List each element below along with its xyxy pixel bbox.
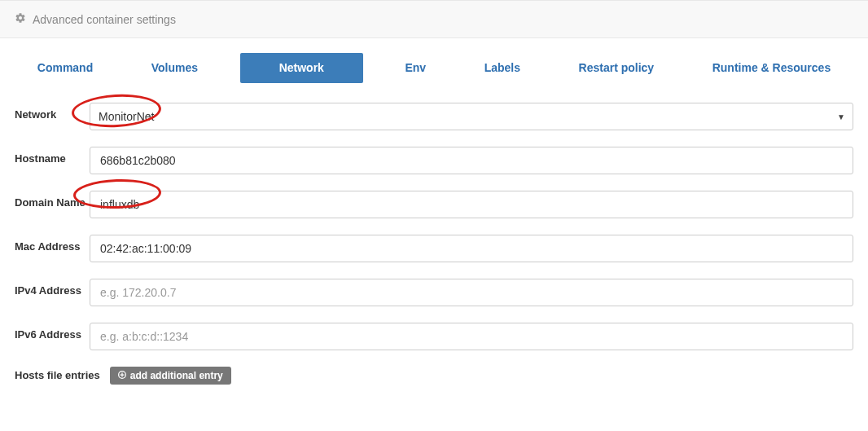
panel-header: Advanced container settings (0, 0, 868, 38)
hostname-input[interactable] (90, 147, 853, 174)
tab-labels[interactable]: Labels (468, 53, 537, 83)
network-form: Network MonitorNet ▼ Hostname Domain Nam… (0, 103, 868, 350)
tab-runtime-resources[interactable]: Runtime & Resources (696, 53, 847, 83)
row-mac-address: Mac Address (15, 235, 853, 262)
ipv6-input[interactable] (90, 323, 853, 350)
label-mac-address: Mac Address (15, 235, 90, 253)
row-ipv6: IPv6 Address (15, 323, 853, 350)
tab-env[interactable]: Env (388, 53, 442, 83)
mac-address-input[interactable] (90, 235, 853, 262)
label-ipv4: IPv4 Address (15, 279, 90, 297)
tab-command[interactable]: Command (21, 53, 109, 83)
row-hosts-entries: Hosts file entries add additional entry (0, 367, 868, 385)
add-hosts-entry-label: add additional entry (130, 370, 223, 381)
ipv4-input[interactable] (90, 279, 853, 306)
label-hostname: Hostname (15, 147, 90, 165)
tab-bar: Command Volumes Network Env Labels Resta… (0, 38, 868, 103)
row-ipv4: IPv4 Address (15, 279, 853, 306)
row-network: Network MonitorNet ▼ (15, 103, 853, 130)
network-select[interactable]: MonitorNet (90, 103, 853, 130)
label-hosts-entries: Hosts file entries (15, 369, 100, 381)
label-network: Network (15, 103, 90, 121)
tab-network[interactable]: Network (240, 53, 363, 83)
plus-circle-icon (118, 370, 126, 381)
label-domain-name: Domain Name (15, 191, 90, 209)
row-hostname: Hostname (15, 147, 853, 174)
add-hosts-entry-button[interactable]: add additional entry (110, 367, 231, 385)
tab-restart-policy[interactable]: Restart policy (563, 53, 671, 83)
panel-header-title: Advanced container settings (33, 13, 176, 26)
row-domain-name: Domain Name (15, 191, 853, 218)
domain-name-input[interactable] (90, 191, 853, 218)
tab-volumes[interactable]: Volumes (135, 53, 214, 83)
gear-icon (15, 12, 26, 26)
label-ipv6: IPv6 Address (15, 323, 90, 341)
